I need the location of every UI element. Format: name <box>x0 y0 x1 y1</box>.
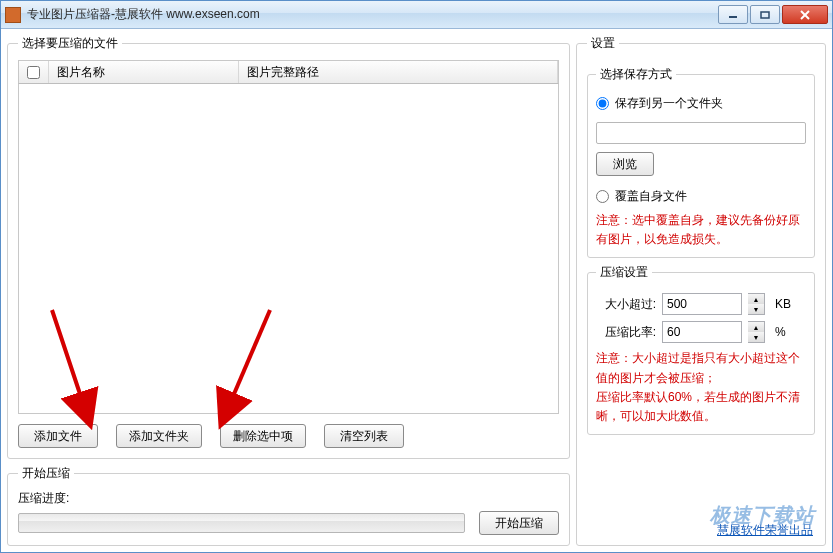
close-button[interactable] <box>782 5 828 24</box>
file-list-body[interactable] <box>18 84 559 414</box>
progress-label: 压缩进度: <box>18 490 559 507</box>
save-folder-input[interactable] <box>596 122 806 144</box>
titlebar: 专业图片压缩器-慧展软件 www.exseen.com <box>1 1 832 29</box>
radio-overwrite[interactable] <box>596 190 609 203</box>
ratio-warning: 注意：大小超过是指只有大小超过这个值的图片才会被压缩； 压缩比率默认60%，若生… <box>596 349 806 426</box>
column-header-path[interactable]: 图片完整路径 <box>239 61 558 83</box>
app-icon <box>5 7 21 23</box>
save-mode-title: 选择保存方式 <box>596 66 676 83</box>
add-file-button[interactable]: 添加文件 <box>18 424 98 448</box>
progress-bar <box>18 513 465 533</box>
vendor-link[interactable]: 慧展软件荣誉出品 <box>717 522 813 539</box>
select-all-checkbox[interactable] <box>27 66 40 79</box>
select-all-checkbox-cell[interactable] <box>19 61 49 83</box>
clear-list-button[interactable]: 清空列表 <box>324 424 404 448</box>
add-folder-button[interactable]: 添加文件夹 <box>116 424 202 448</box>
save-mode-group: 选择保存方式 保存到另一个文件夹 浏览 覆盖自身文件 注意：选中覆盖自身，建议先… <box>587 66 815 258</box>
window-title: 专业图片压缩器-慧展软件 www.exseen.com <box>27 6 716 23</box>
spin-down-icon[interactable]: ▼ <box>748 304 764 314</box>
browse-button[interactable]: 浏览 <box>596 152 654 176</box>
compress-settings-title: 压缩设置 <box>596 264 652 281</box>
file-select-group: 选择要压缩的文件 图片名称 图片完整路径 添加文件 添加文件夹 删除选中项 清空… <box>7 35 570 459</box>
size-threshold-input[interactable] <box>662 293 742 315</box>
delete-selected-button[interactable]: 删除选中项 <box>220 424 306 448</box>
spin-up-icon[interactable]: ▲ <box>748 294 764 304</box>
radio-save-other[interactable] <box>596 97 609 110</box>
ratio-label: 压缩比率: <box>596 324 656 341</box>
radio-overwrite-row[interactable]: 覆盖自身文件 <box>596 188 806 205</box>
spin-down-icon[interactable]: ▼ <box>748 332 764 342</box>
spin-up-icon[interactable]: ▲ <box>748 322 764 332</box>
radio-save-other-label: 保存到另一个文件夹 <box>615 95 723 112</box>
compress-group-title: 开始压缩 <box>18 465 74 482</box>
size-unit: KB <box>775 297 791 311</box>
settings-title: 设置 <box>587 35 619 52</box>
size-spinner[interactable]: ▲ ▼ <box>748 293 765 315</box>
radio-overwrite-label: 覆盖自身文件 <box>615 188 687 205</box>
minimize-button[interactable] <box>718 5 748 24</box>
start-compress-button[interactable]: 开始压缩 <box>479 511 559 535</box>
settings-group: 设置 选择保存方式 保存到另一个文件夹 浏览 覆盖自身文件 注意：选中覆盖自身，… <box>576 35 826 546</box>
column-header-name[interactable]: 图片名称 <box>49 61 239 83</box>
overwrite-warning: 注意：选中覆盖自身，建议先备份好原有图片，以免造成损失。 <box>596 211 806 249</box>
maximize-button[interactable] <box>750 5 780 24</box>
compress-group: 开始压缩 压缩进度: 开始压缩 <box>7 465 570 546</box>
svg-rect-1 <box>761 12 769 18</box>
radio-save-other-row[interactable]: 保存到另一个文件夹 <box>596 95 806 112</box>
size-threshold-label: 大小超过: <box>596 296 656 313</box>
file-list-header: 图片名称 图片完整路径 <box>18 60 559 84</box>
ratio-input[interactable] <box>662 321 742 343</box>
compress-settings-group: 压缩设置 大小超过: ▲ ▼ KB 压缩比率: <box>587 264 815 435</box>
ratio-unit: % <box>775 325 786 339</box>
ratio-spinner[interactable]: ▲ ▼ <box>748 321 765 343</box>
file-select-title: 选择要压缩的文件 <box>18 35 122 52</box>
